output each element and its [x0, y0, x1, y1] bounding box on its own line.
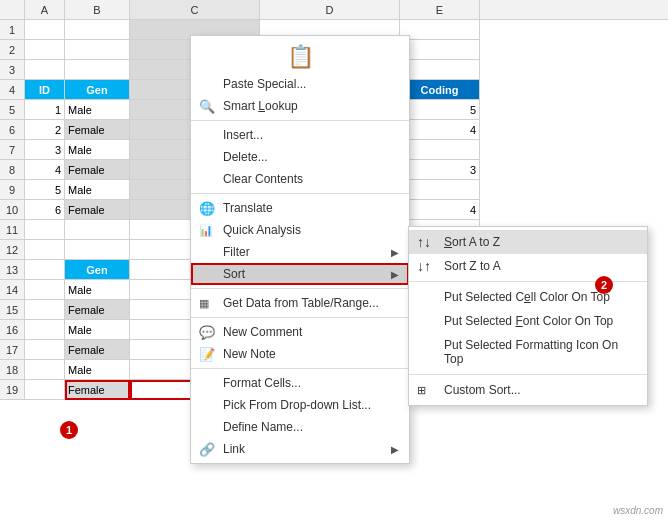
row-num-1: 1 — [0, 20, 25, 40]
quick-analysis-icon: 📊 — [199, 224, 213, 237]
col-header-C: C — [130, 0, 260, 19]
row-num-2: 2 — [0, 40, 25, 60]
menu-item-new-note[interactable]: 📝 New Note — [191, 343, 409, 365]
row-num-6: 6 — [0, 120, 25, 140]
sort-item-z-to-a[interactable]: ↓↑ Sort Z to A — [409, 254, 647, 278]
menu-item-insert[interactable]: Insert... — [191, 124, 409, 146]
menu-item-delete[interactable]: Delete... — [191, 146, 409, 168]
comment-icon: 💬 — [199, 325, 215, 340]
submenu-arrow-icon: ▶ — [391, 269, 399, 280]
table-icon: ▦ — [199, 297, 209, 310]
badge-1: 1 — [60, 421, 78, 439]
menu-item-clear-contents[interactable]: Clear Contents — [191, 168, 409, 190]
translate-icon: 🌐 — [199, 201, 215, 216]
menu-item-translate[interactable]: 🌐 Translate — [191, 197, 409, 219]
sort-item-font-color[interactable]: Put Selected Font Color On Top — [409, 309, 647, 333]
menu-item-format-cells[interactable]: Format Cells... — [191, 372, 409, 394]
menu-item-get-data[interactable]: ▦ Get Data from Table/Range... — [191, 292, 409, 314]
row-num-4: 4 — [0, 80, 25, 100]
row-num-3: 3 — [0, 60, 25, 80]
separator — [191, 193, 409, 194]
row-num-13: 13 — [0, 260, 25, 280]
custom-sort-icon: ⊞ — [417, 384, 426, 397]
sort-item-formatting-icon[interactable]: Put Selected Formatting Icon On Top — [409, 333, 647, 371]
submenu-arrow-icon: ▶ — [391, 444, 399, 455]
row-num-9: 9 — [0, 180, 25, 200]
badge-2: 2 — [595, 276, 613, 294]
separator — [191, 368, 409, 369]
sort-item-custom[interactable]: ⊞ Custom Sort... — [409, 378, 647, 402]
sort-submenu: ↑↓ Sort A to Z ↓↑ Sort Z to A Put Select… — [408, 226, 648, 406]
menu-item-define-name[interactable]: Define Name... — [191, 416, 409, 438]
row-num-11: 11 — [0, 220, 25, 240]
col-header-A: A — [25, 0, 65, 19]
menu-item-pick-dropdown[interactable]: Pick From Drop-down List... — [191, 394, 409, 416]
row-num-16: 16 — [0, 320, 25, 340]
link-icon: 🔗 — [199, 442, 215, 457]
col-header-row — [0, 0, 25, 19]
row-num-17: 17 — [0, 340, 25, 360]
row-num-14: 14 — [0, 280, 25, 300]
menu-item-link[interactable]: 🔗 Link ▶ — [191, 438, 409, 460]
sort-item-a-to-z[interactable]: ↑↓ Sort A to Z — [409, 230, 647, 254]
note-icon: 📝 — [199, 347, 215, 362]
separator — [409, 374, 647, 375]
sort-az-icon: ↑↓ — [417, 234, 431, 250]
paste-icon: 📋 — [287, 44, 314, 70]
row-num-8: 8 — [0, 160, 25, 180]
submenu-arrow-icon: ▶ — [391, 247, 399, 258]
row-num-5: 5 — [0, 100, 25, 120]
row-numbers: 1 2 3 4 5 6 7 8 9 10 11 12 13 14 15 16 1… — [0, 20, 25, 400]
row-num-15: 15 — [0, 300, 25, 320]
separator — [191, 288, 409, 289]
col-header-B: B — [65, 0, 130, 19]
menu-item-sort[interactable]: Sort ▶ — [191, 263, 409, 285]
menu-item-paste-special[interactable]: Paste Special... — [191, 73, 409, 95]
row-num-10: 10 — [0, 200, 25, 220]
context-menu: 📋 Paste Special... 🔍 Smart Lookup Insert… — [190, 35, 410, 464]
col-header-D: D — [260, 0, 400, 19]
row-num-12: 12 — [0, 240, 25, 260]
sort-za-icon: ↓↑ — [417, 258, 431, 274]
search-icon: 🔍 — [199, 99, 215, 114]
row-num-7: 7 — [0, 140, 25, 160]
column-headers: A B C D E — [0, 0, 668, 20]
separator — [191, 317, 409, 318]
separator — [191, 120, 409, 121]
row-num-18: 18 — [0, 360, 25, 380]
menu-item-quick-analysis[interactable]: 📊 Quick Analysis — [191, 219, 409, 241]
col-header-E: E — [400, 0, 480, 19]
menu-item-new-comment[interactable]: 💬 New Comment — [191, 321, 409, 343]
watermark: wsxdn.com — [613, 505, 663, 516]
menu-item-filter[interactable]: Filter ▶ — [191, 241, 409, 263]
row-num-19: 19 — [0, 380, 25, 400]
menu-item-smart-lookup[interactable]: 🔍 Smart Lookup — [191, 95, 409, 117]
